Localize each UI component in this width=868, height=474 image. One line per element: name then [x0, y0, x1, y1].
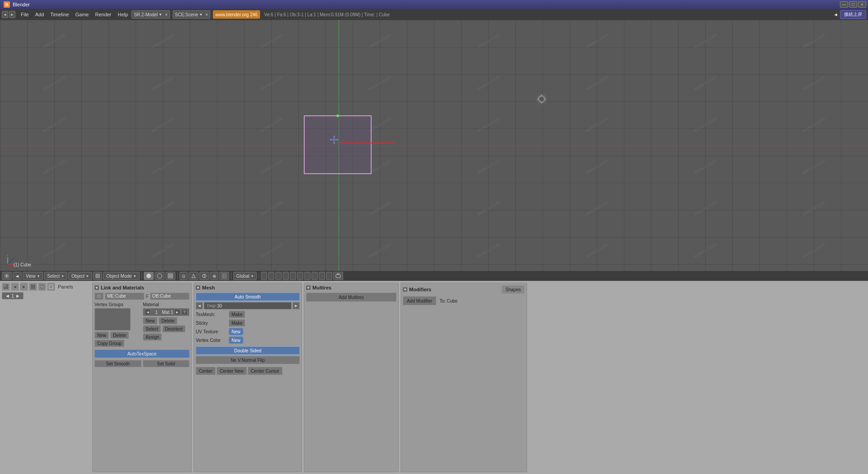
mat-help-btn[interactable]: ?: [181, 309, 188, 315]
add-multires-btn[interactable]: Add Multires: [306, 293, 396, 302]
make-sticky-btn[interactable]: Make: [229, 319, 245, 327]
svg-point-19: [146, 274, 151, 278]
tb2[interactable]: [268, 272, 274, 280]
vertex-groups-list[interactable]: [94, 308, 131, 331]
view-menu-btn[interactable]: [2, 272, 12, 280]
svg-text:y: y: [13, 256, 14, 260]
panel-icon-5[interactable]: [38, 283, 46, 291]
view-dropdown[interactable]: View▼: [23, 272, 43, 280]
lamp-icon: [537, 95, 546, 104]
left-arrow-btn[interactable]: ◄: [13, 272, 22, 280]
menu-help[interactable]: Help: [115, 11, 131, 18]
object-dropdown[interactable]: Object▼: [68, 272, 92, 280]
tex-mesh-label: TexMesh:: [196, 312, 227, 317]
tb8[interactable]: [311, 272, 318, 280]
add-modifier-btn[interactable]: Add Modifier: [403, 296, 436, 305]
degr-right-btn[interactable]: ►: [292, 302, 300, 309]
auto-tex-space-btn[interactable]: AutoTexSpace: [94, 350, 189, 358]
context-close[interactable]: ×: [205, 12, 208, 17]
tb4[interactable]: [283, 272, 289, 280]
vg-copy-group-btn[interactable]: Copy Group: [94, 340, 124, 347]
proportional-btn[interactable]: ⊗: [210, 272, 218, 280]
mat-deselect-btn[interactable]: Deselect: [162, 325, 185, 332]
maximize-button[interactable]: □: [849, 1, 857, 8]
mesh-icon-btn[interactable]: [94, 293, 104, 300]
menu-game[interactable]: Game: [72, 11, 91, 18]
tb3[interactable]: [275, 272, 282, 280]
right-nav-left[interactable]: ◄: [833, 12, 838, 17]
texture-mode-btn[interactable]: [165, 272, 175, 280]
select-dropdown[interactable]: Select▼: [44, 272, 67, 280]
ob-name-field[interactable]: OB:Cube: [150, 293, 189, 300]
tb7[interactable]: [304, 272, 311, 280]
set-solid-btn[interactable]: Set Solid: [143, 360, 190, 367]
grid-btn[interactable]: [219, 272, 229, 280]
vg-new-btn[interactable]: New: [94, 332, 109, 339]
no-v-normal-flip-btn[interactable]: No V.Normal Flip: [196, 356, 300, 364]
context-selector[interactable]: SCE:Scene▼ ×: [173, 10, 210, 19]
minimize-button[interactable]: —: [840, 1, 848, 8]
tb6[interactable]: [297, 272, 303, 280]
panel-mesh-collapse[interactable]: ▼: [196, 285, 200, 290]
vg-delete-btn[interactable]: Delete: [110, 332, 129, 339]
cube-object[interactable]: [304, 115, 372, 174]
solid-mode-btn[interactable]: [144, 272, 154, 280]
scene-close[interactable]: ×: [165, 12, 168, 17]
mode-dropdown[interactable]: Object Mode▼: [103, 272, 140, 280]
degr-left-btn[interactable]: ◄: [196, 302, 203, 309]
mat-select-btn[interactable]: Select: [143, 325, 161, 332]
tb5[interactable]: [290, 272, 296, 280]
mat-next-btn[interactable]: ►: [174, 309, 180, 315]
make-btn[interactable]: Make: [229, 311, 245, 318]
panel-icon-6[interactable]: [47, 283, 55, 291]
auto-smooth-btn[interactable]: Auto Smooth: [196, 293, 300, 301]
app-title: Blender: [13, 2, 30, 7]
panel-icon-1[interactable]: [2, 283, 10, 291]
close-button[interactable]: ×: [858, 1, 866, 8]
panel-multires-collapse[interactable]: ▼: [306, 285, 311, 290]
snap-btn[interactable]: [189, 272, 198, 280]
panel-multires-title: Multires: [312, 285, 331, 290]
origin-btn[interactable]: ⊙: [179, 272, 188, 280]
wire-mode-btn[interactable]: [155, 272, 165, 280]
scene-selector[interactable]: SR.2-Model▼ ×: [132, 10, 170, 19]
mat-delete-btn[interactable]: Delete: [159, 317, 177, 324]
center-new-btn[interactable]: Center New: [217, 367, 247, 375]
panel-icon-3[interactable]: ►: [20, 283, 28, 291]
tb1[interactable]: [261, 272, 267, 280]
tb9[interactable]: [319, 272, 325, 280]
menu-add[interactable]: Add: [33, 11, 47, 18]
degr-value-field[interactable]: Degr: 30: [204, 302, 292, 309]
mesh-name-field[interactable]: ME:Cube: [105, 293, 144, 300]
menu-render[interactable]: Render: [92, 11, 114, 18]
menu-file[interactable]: File: [18, 11, 32, 18]
url-field[interactable]: www.blender.org 246: [213, 10, 259, 19]
center-cursor-btn[interactable]: Center Cursor: [248, 367, 283, 375]
panel-icon-4[interactable]: [29, 283, 37, 291]
tb10[interactable]: [326, 272, 332, 280]
viewport-3d[interactable]: www.e.comwww.e.comwww.e.comwww.e.com www…: [0, 20, 868, 271]
translate-button[interactable]: 接続上岸: [840, 10, 866, 19]
global-dropdown[interactable]: Global▼: [233, 272, 257, 280]
camera-btn[interactable]: [333, 272, 343, 280]
nav-right[interactable]: ►: [9, 11, 15, 18]
center-btn[interactable]: Center: [196, 367, 216, 375]
double-sided-btn[interactable]: Double Sided: [196, 346, 300, 355]
mirror-btn[interactable]: [199, 272, 209, 280]
panel-number-field[interactable]: ◄ 1 ►: [2, 292, 24, 299]
smooth-solid-row: Set Smooth Set Solid: [94, 360, 189, 367]
vc-new-btn[interactable]: New: [229, 337, 243, 344]
mat-new-btn[interactable]: New: [143, 317, 157, 324]
vertex-groups-label: Vertex Groups: [94, 302, 141, 307]
set-smooth-btn[interactable]: Set Smooth: [94, 360, 142, 367]
shapes-btn[interactable]: Shapes: [501, 285, 525, 294]
mat-prev-btn[interactable]: ◄: [145, 309, 151, 315]
panel-icon-2[interactable]: ◄: [11, 283, 19, 291]
menu-timeline[interactable]: Timeline: [47, 11, 71, 18]
panel-link-collapse[interactable]: ▼: [94, 285, 99, 290]
uv-new-btn[interactable]: New: [229, 328, 243, 335]
mat-assign-btn[interactable]: Assign: [143, 333, 162, 341]
panel-modifiers-collapse[interactable]: ▼: [403, 287, 407, 292]
nav-left[interactable]: ◄: [2, 11, 8, 18]
mode-icon-btn[interactable]: [93, 272, 102, 280]
